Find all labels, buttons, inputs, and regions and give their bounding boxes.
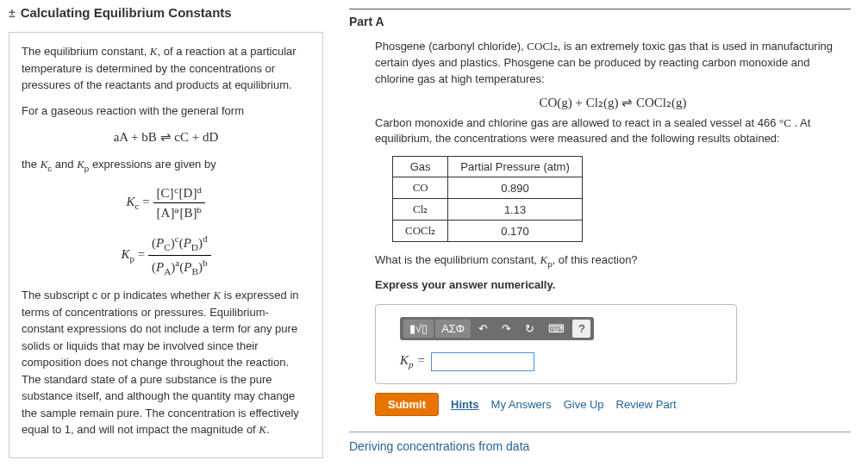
theory-p3: the Kc and Kp expressions are given by <box>22 156 310 175</box>
my-answers-link[interactable]: My Answers <box>491 398 552 411</box>
redo-icon[interactable]: ↷ <box>496 320 517 338</box>
phosgene-intro: Phosgene (carbonyl chloride), COCl₂, is … <box>375 39 851 88</box>
reaction-equation: CO(g) + Cl₂(g) ⇌ COCl₂(g) <box>375 95 851 110</box>
partial-pressure-table: Gas Partial Pressure (atm) CO 0.890 Cl₂ … <box>392 156 583 242</box>
keyboard-icon[interactable]: ⌨ <box>542 320 571 338</box>
hints-link[interactable]: Hints <box>451 398 479 411</box>
give-up-link[interactable]: Give Up <box>564 398 604 411</box>
table-header-gas: Gas <box>393 157 448 177</box>
table-row: COCl₂ 0.170 <box>393 221 583 242</box>
kc-formula: Kc = [C]ᶜ[D]ᵈ[A]ᵃ[B]ᵇ <box>22 183 310 223</box>
template-tool-button[interactable]: ▮√▯ <box>403 320 434 338</box>
help-button[interactable]: ? <box>572 320 590 338</box>
answer-label: Kp = <box>400 353 426 370</box>
greek-tool-button[interactable]: ΑΣΦ <box>435 320 471 338</box>
equation-toolbar: ▮√▯ ΑΣΦ ↶ ↷ ↻ ⌨ ? <box>400 317 594 340</box>
kp-formula: Kp = (PC)c(PD)d (PA)a(PB)b <box>22 232 310 279</box>
left-panel-header[interactable]: ± Calculating Equilibrium Constants <box>0 0 332 25</box>
theory-p4: The subscript c or p indicates whether K… <box>22 287 310 438</box>
section-divider <box>349 432 851 432</box>
next-section-link[interactable]: Deriving concentrations from data <box>349 439 851 453</box>
answer-input[interactable] <box>431 352 534 371</box>
theory-p1: The equilibrium constant, K, of a reacti… <box>22 43 310 94</box>
top-divider <box>349 9 851 9</box>
express-instruction: Express your answer numerically. <box>375 277 851 294</box>
part-a-title: Part A <box>349 15 851 28</box>
question-text: What is the equilibrium constant, Kp, of… <box>375 252 851 270</box>
general-reaction-formula: aA + bB ⇌ cC + dD <box>22 127 310 147</box>
undo-icon[interactable]: ↶ <box>472 320 494 338</box>
review-part-link[interactable]: Review Part <box>616 398 677 411</box>
table-row: Cl₂ 1.13 <box>393 199 583 221</box>
reset-icon[interactable]: ↻ <box>519 320 540 338</box>
table-header-pressure: Partial Pressure (atm) <box>448 157 582 177</box>
theory-box: The equilibrium constant, K, of a reacti… <box>9 32 323 458</box>
theory-p2: For a gaseous reaction with the general … <box>22 103 310 120</box>
collapse-toggle-icon[interactable]: ± <box>9 6 16 20</box>
answer-box: ▮√▯ ΑΣΦ ↶ ↷ ↻ ⌨ ? Kp = <box>375 304 737 384</box>
submit-button[interactable]: Submit <box>375 393 439 416</box>
left-title: Calculating Equilibrium Constants <box>21 5 232 20</box>
table-row: CO 0.890 <box>393 177 583 199</box>
conditions-text: Carbon monoxide and chlorine gas are all… <box>375 115 851 148</box>
